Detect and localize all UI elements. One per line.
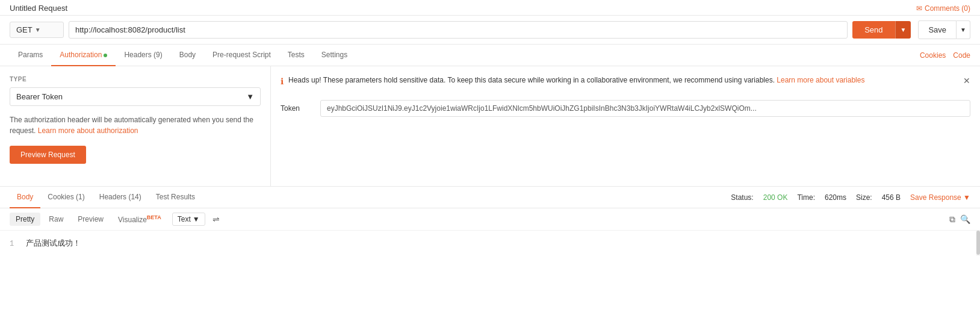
token-input[interactable]	[320, 100, 970, 117]
wrap-icon[interactable]: ⇌	[212, 214, 220, 224]
time-value: 620ms	[825, 193, 846, 202]
learn-variables-link[interactable]: Learn more about variables	[777, 76, 864, 84]
right-actions: ⧉ 🔍	[949, 214, 970, 225]
response-content: 产品测试成功！	[26, 238, 81, 249]
token-panel: ℹ Heads up! These parameters hold sensit…	[271, 66, 980, 186]
scrollbar-vertical[interactable]	[976, 231, 980, 256]
info-banner: ℹ Heads up! These parameters hold sensit…	[281, 75, 970, 88]
response-tab-cookies[interactable]: Cookies (1)	[40, 187, 91, 208]
time-label: Time:	[797, 193, 815, 202]
title-bar: Untitled Request ✉ Comments (0)	[0, 0, 980, 16]
request-title: Untitled Request	[10, 4, 67, 13]
search-icon[interactable]: 🔍	[960, 214, 970, 224]
close-banner-button[interactable]: ✕	[963, 75, 970, 87]
tab-headers[interactable]: Headers (9)	[116, 45, 170, 66]
line-number: 1	[10, 240, 14, 248]
authorization-dot	[104, 54, 107, 57]
send-dropdown-button[interactable]: ▼	[895, 21, 911, 39]
bearer-chevron-icon: ▼	[246, 92, 254, 101]
method-select[interactable]: GET ▼	[10, 22, 64, 38]
tab-body[interactable]: Body	[171, 45, 204, 66]
url-input[interactable]	[69, 21, 848, 39]
auth-panel: TYPE Bearer Token ▼ The authorization he…	[0, 66, 271, 186]
send-button-group: Send ▼	[852, 21, 911, 39]
text-format-select[interactable]: Text ▼	[172, 213, 205, 226]
response-body: 1 产品测试成功！	[0, 231, 980, 256]
token-label: Token	[281, 104, 311, 113]
response-tab-body[interactable]: Body	[10, 187, 40, 208]
response-tab-test-results[interactable]: Test Results	[149, 187, 202, 208]
right-tab-links: Cookies Code	[920, 51, 970, 60]
comments-link[interactable]: ✉ Comments (0)	[916, 4, 970, 13]
response-section: Body Cookies (1) Headers (14) Test Resul…	[0, 187, 980, 256]
beta-badge: BETA	[147, 214, 161, 220]
info-banner-text: Heads up! These parameters hold sensitiv…	[288, 75, 958, 86]
response-tabs-row: Body Cookies (1) Headers (14) Test Resul…	[0, 187, 980, 208]
response-line-1: 1 产品测试成功！	[10, 238, 970, 249]
format-bar: Pretty Raw Preview VisualizeBETA Text ▼ …	[0, 208, 980, 231]
comments-icon: ✉	[916, 4, 922, 13]
response-status-bar: Status: 200 OK Time: 620ms Size: 456 B S…	[731, 193, 970, 202]
main-content: TYPE Bearer Token ▼ The authorization he…	[0, 66, 980, 187]
tab-authorization[interactable]: Authorization	[51, 45, 116, 66]
format-tab-pretty[interactable]: Pretty	[10, 213, 40, 226]
response-tab-headers[interactable]: Headers (14)	[92, 187, 149, 208]
tab-prerequest[interactable]: Pre-request Script	[204, 45, 279, 66]
tab-tests[interactable]: Tests	[279, 45, 313, 66]
save-dropdown-button[interactable]: ▼	[957, 20, 970, 39]
preview-request-button[interactable]: Preview Request	[10, 146, 86, 164]
type-label: TYPE	[10, 76, 261, 82]
tab-settings[interactable]: Settings	[313, 45, 356, 66]
send-button[interactable]: Send	[852, 21, 895, 39]
format-tab-preview[interactable]: Preview	[72, 213, 110, 226]
scrollbar-thumb	[976, 231, 980, 255]
info-icon: ℹ	[281, 75, 284, 88]
copy-icon[interactable]: ⧉	[949, 214, 955, 225]
format-actions: ⇌	[212, 214, 220, 224]
cookies-link[interactable]: Cookies	[920, 51, 946, 60]
token-row: Token	[281, 100, 970, 117]
request-tabs-row: Params Authorization Headers (9) Body Pr…	[0, 45, 980, 66]
method-label: GET	[16, 25, 33, 34]
url-bar: GET ▼ Send ▼ Save ▼	[0, 16, 980, 45]
size-label: Size:	[856, 193, 872, 202]
status-label: Status:	[731, 193, 753, 202]
save-button[interactable]: Save	[918, 20, 957, 39]
auth-description: The authorization header will be automat…	[10, 114, 261, 136]
save-button-group: Save ▼	[918, 20, 970, 39]
save-response-button[interactable]: Save Response ▼	[910, 193, 970, 202]
status-value: 200 OK	[763, 193, 788, 202]
text-chevron-icon: ▼	[193, 215, 200, 223]
size-value: 456 B	[882, 193, 901, 202]
code-link[interactable]: Code	[953, 51, 970, 60]
tab-params[interactable]: Params	[10, 45, 51, 66]
learn-auth-link[interactable]: Learn more about authorization	[38, 126, 138, 135]
chevron-down-icon: ▼	[35, 26, 41, 33]
format-tab-visualize[interactable]: VisualizeBETA	[112, 212, 167, 226]
bearer-token-select[interactable]: Bearer Token ▼	[10, 87, 261, 106]
format-tab-raw[interactable]: Raw	[43, 213, 69, 226]
